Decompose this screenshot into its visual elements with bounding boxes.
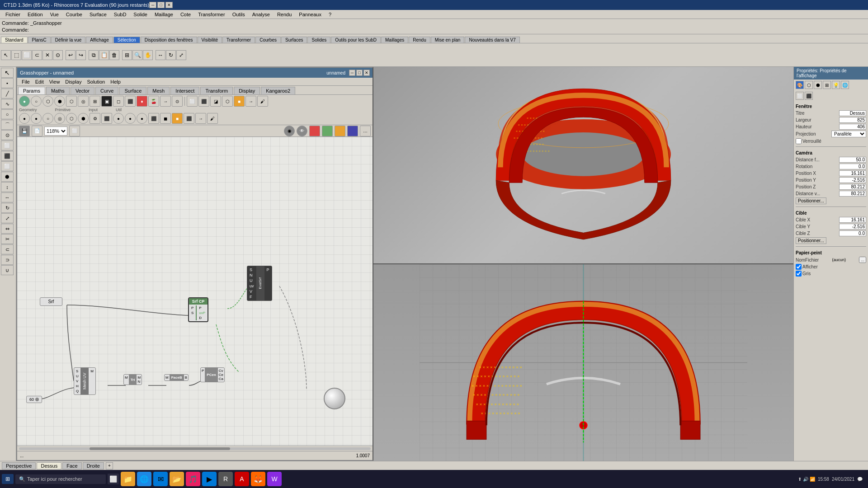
tb-paste[interactable]: 📋 — [99, 50, 109, 60]
tab-maillages[interactable]: Maillages — [381, 37, 408, 43]
tab-transformer[interactable]: Transformer — [222, 37, 255, 43]
taskbar-app-video[interactable]: ▶ — [202, 472, 217, 486]
node-evalsrf[interactable]: S N U uv V F EvalSrf P — [247, 266, 272, 301]
tray-notification[interactable]: 💬 — [857, 477, 863, 482]
gh-btn-geo6[interactable]: ◎ — [78, 96, 89, 107]
tool-rotate[interactable]: ↻ — [1, 203, 14, 213]
gh-minimize[interactable]: ─ — [349, 70, 355, 76]
tool-point[interactable]: • — [1, 78, 14, 88]
close-button[interactable]: ✕ — [165, 2, 173, 8]
taskbar-app-folder[interactable]: 📂 — [170, 472, 184, 486]
gh-btn-r9[interactable]: ● — [113, 113, 124, 124]
gh-tab-vector[interactable]: Vector — [71, 87, 94, 94]
menu-courbe[interactable]: Courbe — [62, 11, 86, 18]
gh-btn-r10[interactable]: ● — [125, 113, 136, 124]
gh-btn-prim3[interactable]: ◪ — [210, 96, 221, 107]
node-pcen[interactable]: P PCen Cv Ce Ca — [200, 367, 225, 382]
tb-delete[interactable]: 🗑 — [109, 50, 119, 60]
tool-curve[interactable]: ∿ — [1, 99, 14, 109]
tool-polyline[interactable]: ╱ — [1, 89, 14, 99]
gh-maximize[interactable]: □ — [356, 70, 363, 76]
gh-btn-prim5[interactable]: ■ — [234, 96, 245, 107]
gh-btn-prim7[interactable]: 🖌 — [257, 96, 268, 107]
tb-undo[interactable]: ↩ — [66, 50, 75, 60]
gh-color-btn1[interactable] — [309, 126, 320, 136]
menu-cote[interactable]: Cote — [177, 11, 194, 18]
menu-help[interactable]: ? — [325, 11, 335, 18]
gh-btn-r6[interactable]: ⬢ — [78, 113, 89, 124]
menu-analyse[interactable]: Analyse — [249, 11, 274, 18]
gh-btn-r11[interactable]: ● — [137, 113, 147, 124]
gh-tab-mesh[interactable]: Mesh — [147, 87, 170, 94]
tool-extrude[interactable]: ⬜ — [1, 161, 14, 171]
menu-maillage[interactable]: Maillage — [151, 11, 177, 18]
menu-solide[interactable]: Solide — [130, 11, 151, 18]
prop-icon-env[interactable]: 🌐 — [841, 81, 849, 89]
tab-visibilite[interactable]: Visibilité — [198, 37, 222, 43]
menu-fichier[interactable]: Fichier — [2, 11, 24, 18]
viewport-front[interactable]: × × × × × × × × × × × × × × × × × × × × … — [373, 264, 793, 461]
tool-join[interactable]: ⊃ — [1, 255, 14, 265]
tb-copy[interactable]: ⧉ — [89, 50, 99, 60]
tab-rendu[interactable]: Rendu — [409, 37, 430, 43]
tab-plansc[interactable]: PlansC — [28, 37, 51, 43]
tab-definir-vue[interactable]: Définir la vue — [51, 37, 85, 43]
gh-scrollbar-thumb[interactable] — [90, 447, 230, 450]
gh-btn-geo7[interactable]: ⊞ — [90, 96, 100, 107]
tab-courbes[interactable]: Courbes — [255, 37, 281, 43]
gh-color-btn3[interactable] — [335, 126, 345, 136]
tb-move[interactable]: ↔ — [156, 50, 165, 60]
tab-surfaces[interactable]: Surfaces — [281, 37, 307, 43]
vp-tab-face[interactable]: Face — [62, 462, 81, 469]
prop-afficher-checkbox[interactable] — [796, 264, 802, 270]
prop-icon-light[interactable]: 💡 — [832, 81, 840, 89]
gh-btn-r14[interactable]: ■ — [172, 113, 183, 124]
prop-gris-checkbox[interactable] — [796, 271, 802, 277]
tool-mesh[interactable]: ⬢ — [1, 172, 14, 182]
tb-zoom-in[interactable]: 🔍 — [132, 50, 142, 60]
taskbar-app-autocad[interactable]: A — [235, 472, 249, 486]
gh-settings-btn[interactable]: … — [360, 126, 371, 136]
tab-mise-en-plan[interactable]: Mise en plan — [431, 37, 465, 43]
gh-btn-r17[interactable]: 🖌 — [207, 113, 218, 124]
vp-tab-dessus[interactable]: Dessus — [37, 462, 61, 469]
gh-btn-geo3[interactable]: ⬡ — [42, 96, 53, 107]
menu-surface[interactable]: Surface — [86, 11, 110, 18]
gh-menu-view[interactable]: View — [47, 79, 63, 85]
menu-edition[interactable]: Edition — [24, 11, 47, 18]
taskbar-app-special[interactable]: W — [267, 472, 282, 486]
gh-tab-kangaroo[interactable]: Kangaroo2 — [261, 87, 295, 94]
gh-view-btn1[interactable]: ⬜ — [69, 126, 80, 136]
gh-btn-prim6[interactable]: → — [245, 96, 256, 107]
vp-tab-add[interactable]: + — [106, 462, 113, 469]
tab-disposition[interactable]: Disposition des fenêtres — [141, 37, 197, 43]
gh-btn-geo12[interactable]: 🍒 — [148, 96, 159, 107]
gh-btn-r7[interactable]: ⚙ — [90, 113, 100, 124]
tb-deselect[interactable]: ✕ — [42, 50, 52, 60]
gh-btn-r15[interactable]: ⬛ — [184, 113, 194, 124]
tool-ellipse[interactable]: ⊙ — [1, 130, 14, 140]
taskbar-app-firefox[interactable]: 🦊 — [251, 472, 265, 486]
tb-redo[interactable]: ↪ — [76, 50, 86, 60]
tb-pan[interactable]: ✋ — [143, 50, 153, 60]
gh-canvas-orb[interactable] — [324, 388, 345, 409]
tool-rect[interactable]: ⬜ — [1, 141, 14, 150]
node-srf[interactable]: Srf — [40, 297, 62, 306]
gh-color-btn4[interactable] — [347, 126, 358, 136]
gh-cam-btn[interactable]: ◉ — [284, 126, 295, 136]
prop-nomfichier-btn[interactable]: ... — [859, 257, 866, 263]
tab-subd-tools[interactable]: Outils pour les SubD — [331, 37, 381, 43]
prop-icon-color[interactable]: 🎨 — [796, 81, 804, 89]
gh-menu-help[interactable]: Help — [108, 79, 123, 85]
gh-close[interactable]: ✕ — [363, 70, 370, 76]
menu-rendu[interactable]: Rendu — [274, 11, 295, 18]
slider-knob[interactable] — [35, 398, 39, 401]
gh-menu-edit[interactable]: Edit — [33, 79, 47, 85]
gh-btn-r16[interactable]: → — [195, 113, 206, 124]
menu-subd[interactable]: SubD — [110, 11, 130, 18]
gh-btn-geo11[interactable]: ♦ — [137, 96, 147, 107]
gh-btn-geo13[interactable]: → — [160, 96, 171, 107]
gh-btn-geo1[interactable]: ● — [19, 96, 30, 107]
taskbar-start-button[interactable]: ⊞ — [2, 474, 14, 484]
menu-vue[interactable]: Vue — [47, 11, 62, 18]
